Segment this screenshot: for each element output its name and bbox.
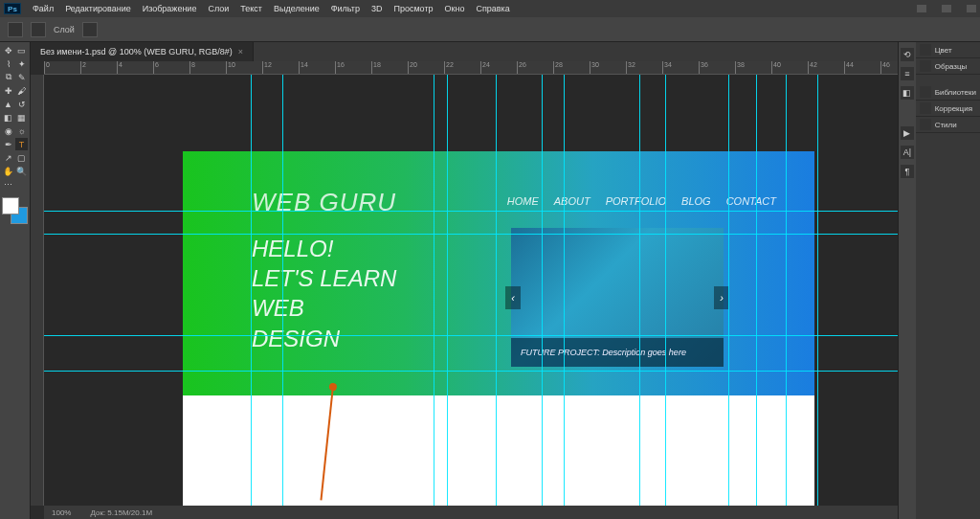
right-panels: ⟲ ≡ ◧ ▶ A| ¶ Цвет Образцы Библиотеки Кор… bbox=[898, 42, 980, 519]
type-tool[interactable]: T bbox=[15, 138, 28, 150]
panel-styles[interactable]: Стили bbox=[916, 117, 980, 133]
panel-adjustments[interactable]: Коррекция bbox=[916, 101, 980, 117]
nav-contact: CONTACT bbox=[726, 195, 776, 207]
nav-portfolio: PORTFOLIO bbox=[606, 195, 666, 207]
lasso-tool[interactable]: ⌇ bbox=[2, 57, 14, 70]
menubar: Ps Файл Редактирование Изображение Слои … bbox=[0, 0, 980, 17]
menu-3d[interactable]: 3D bbox=[371, 4, 383, 13]
slider-next-icon: › bbox=[714, 286, 729, 309]
eraser-tool[interactable]: ◧ bbox=[2, 111, 14, 124]
nav-links: HOME ABOUT PORTFOLIO BLOG CONTACT bbox=[507, 195, 776, 207]
libraries-panel-icon bbox=[920, 86, 931, 98]
options-bar: Слой bbox=[0, 17, 980, 42]
path-tool[interactable]: ↗ bbox=[2, 151, 14, 164]
tab-close-icon[interactable]: × bbox=[238, 47, 243, 56]
app-logo: Ps bbox=[4, 3, 21, 14]
adjustments-panel-icon bbox=[920, 102, 931, 114]
maximize-button[interactable] bbox=[942, 5, 951, 12]
eyedropper-tool[interactable]: ✎ bbox=[15, 71, 28, 83]
canvas-viewport[interactable]: WEB GURU HOME ABOUT PORTFOLIO BLOG CONTA… bbox=[44, 75, 898, 506]
menu-window[interactable]: Окно bbox=[445, 4, 465, 13]
color-panel-icon bbox=[920, 44, 931, 56]
blur-tool[interactable]: ◉ bbox=[2, 124, 14, 137]
menu-view[interactable]: Просмотр bbox=[393, 4, 433, 13]
transform-controls-checkbox[interactable] bbox=[82, 22, 98, 37]
move-tool-icon bbox=[8, 22, 23, 37]
menu-file[interactable]: Файл bbox=[33, 4, 54, 13]
panel-color[interactable]: Цвет bbox=[916, 42, 980, 58]
menu-select[interactable]: Выделение bbox=[274, 4, 320, 13]
artboard: WEB GURU HOME ABOUT PORTFOLIO BLOG CONTA… bbox=[183, 151, 814, 506]
move-tool[interactable]: ✥ bbox=[2, 44, 14, 56]
tagline-3: WEB bbox=[252, 293, 396, 323]
stamp-tool[interactable]: ▲ bbox=[2, 98, 14, 110]
wand-tool[interactable]: ✦ bbox=[15, 57, 28, 70]
zoom-tool[interactable]: 🔍 bbox=[15, 165, 28, 177]
marquee-tool[interactable]: ▭ bbox=[15, 44, 28, 56]
properties-icon[interactable]: ≡ bbox=[901, 67, 914, 80]
edit-toolbar[interactable]: ⋯ bbox=[2, 178, 14, 191]
nav-about: ABOUT bbox=[554, 195, 590, 207]
horizontal-ruler: 0246810121416182022242628303234363840424… bbox=[44, 61, 898, 75]
minimize-button[interactable] bbox=[917, 5, 926, 12]
nav-blog: BLOG bbox=[681, 195, 711, 207]
document-tabs: Без имени-1.psd @ 100% (WEB GURU, RGB/8#… bbox=[31, 42, 898, 61]
slider-prev-icon: ‹ bbox=[505, 286, 521, 309]
shape-tool[interactable]: ▢ bbox=[15, 151, 28, 164]
tagline: HELLO! LET'S LEARN WEB DESIGN bbox=[252, 234, 396, 353]
styles-panel-icon bbox=[920, 119, 931, 130]
menu-edit[interactable]: Редактирование bbox=[65, 4, 131, 13]
menu-filter[interactable]: Фильтр bbox=[331, 4, 360, 13]
hero-section: WEB GURU HOME ABOUT PORTFOLIO BLOG CONTA… bbox=[183, 151, 814, 395]
menu-type[interactable]: Текст bbox=[240, 4, 262, 13]
nav-home: HOME bbox=[507, 195, 539, 207]
tagline-1: HELLO! bbox=[252, 234, 396, 263]
char-icon[interactable]: A| bbox=[901, 146, 914, 159]
tagline-2: LET'S LEARN bbox=[252, 263, 396, 293]
menu-help[interactable]: Справка bbox=[476, 4, 509, 13]
layers-icon[interactable]: ◧ bbox=[901, 86, 914, 100]
brand-text: WEB GURU bbox=[252, 188, 396, 217]
vertical-ruler bbox=[31, 75, 44, 506]
hand-tool[interactable]: ✋ bbox=[2, 165, 14, 177]
panel-swatches[interactable]: Образцы bbox=[916, 58, 980, 75]
dodge-tool[interactable]: ☼ bbox=[15, 124, 28, 137]
slider: ‹ › FUTURE PROJECT: Description goes her… bbox=[511, 228, 724, 367]
tab-title: Без имени-1.psd @ 100% (WEB GURU, RGB/8#… bbox=[40, 47, 233, 56]
play-icon[interactable]: ▶ bbox=[901, 126, 914, 140]
pen-tool[interactable]: ✒ bbox=[2, 138, 14, 150]
doc-size: Док: 5.15M/20.1M bbox=[90, 508, 152, 517]
status-bar: 100% Док: 5.15M/20.1M bbox=[44, 506, 898, 519]
guide-vertical[interactable] bbox=[817, 75, 818, 506]
gradient-tool[interactable]: ▦ bbox=[15, 111, 28, 124]
heal-tool[interactable]: ✚ bbox=[2, 84, 14, 97]
tagline-4: DESIGN bbox=[252, 324, 396, 353]
para-icon[interactable]: ¶ bbox=[901, 165, 914, 178]
document-tab[interactable]: Без имени-1.psd @ 100% (WEB GURU, RGB/8#… bbox=[31, 42, 254, 61]
history-icon[interactable]: ⟲ bbox=[901, 48, 914, 61]
brush-tool[interactable]: 🖌 bbox=[15, 84, 28, 97]
history-brush-tool[interactable]: ↺ bbox=[15, 98, 28, 110]
layer-dropdown[interactable]: Слой bbox=[54, 25, 75, 34]
close-button[interactable] bbox=[967, 5, 976, 12]
slider-caption: FUTURE PROJECT: Description goes here bbox=[511, 338, 724, 367]
foreground-color[interactable] bbox=[2, 197, 19, 214]
zoom-level[interactable]: 100% bbox=[52, 508, 71, 517]
autoselect-checkbox[interactable] bbox=[31, 22, 46, 37]
swatches-panel-icon bbox=[920, 60, 931, 72]
crop-tool[interactable]: ⧉ bbox=[2, 71, 14, 83]
color-swatches[interactable] bbox=[2, 197, 28, 224]
panel-libraries[interactable]: Библиотеки bbox=[916, 84, 980, 101]
menu-layer[interactable]: Слои bbox=[208, 4, 229, 13]
tools-panel: ✥ ▭ ⌇ ✦ ⧉ ✎ ✚ 🖌 ▲ ↺ ◧ ▦ ◉ ☼ ✒ T ↗ ▢ ✋ 🔍 … bbox=[0, 42, 31, 519]
menu-image[interactable]: Изображение bbox=[143, 4, 197, 13]
